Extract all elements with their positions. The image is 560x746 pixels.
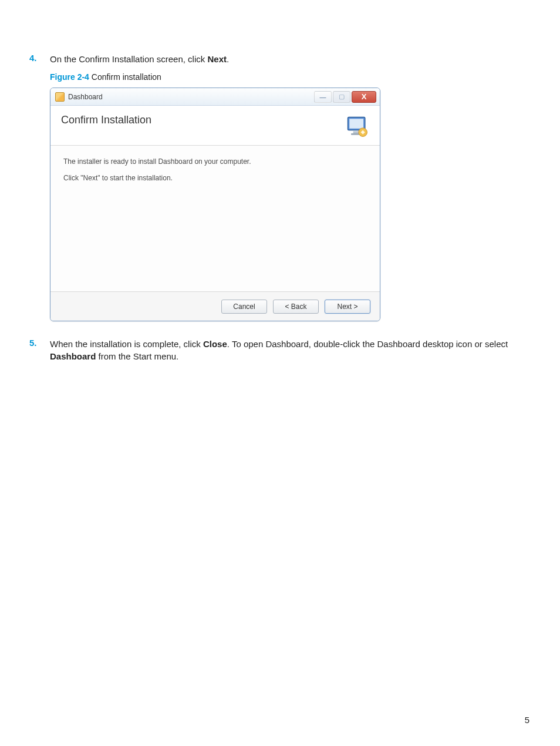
figure-title: Confirm installation [89, 72, 161, 82]
minimize-button[interactable]: — [314, 91, 332, 103]
step-5-text: When the installation is complete, click… [50, 338, 531, 362]
figure-caption: Figure 2-4 Confirm installation [50, 72, 531, 82]
installer-footer: Cancel < Back Next > [50, 291, 380, 321]
installer-body-line1: The installer is ready to install Dashbo… [63, 157, 367, 166]
maximize-button[interactable]: ▢ [333, 91, 350, 103]
installer-header-title: Confirm Installation [61, 114, 151, 126]
step-5: 5. When the installation is complete, cl… [29, 338, 531, 362]
cancel-button[interactable]: Cancel [221, 300, 267, 314]
step-4-text-before: On the Confirm Installation screen, clic… [50, 54, 207, 64]
back-button-label: < Back [285, 303, 306, 311]
installer-window: Dashboard — ▢ X Confirm Installation [50, 88, 380, 321]
minimize-icon: — [320, 93, 326, 100]
step-5-number: 5. [29, 338, 50, 362]
next-button-label: Next > [337, 303, 357, 311]
next-button[interactable]: Next > [325, 300, 370, 314]
step-5-mid: . To open Dashboard, double-click the Da… [227, 339, 508, 349]
step-5-text-before: When the installation is complete, click [50, 339, 203, 349]
step-5-text-after: from the Start menu. [96, 351, 178, 361]
close-icon: X [362, 92, 367, 101]
window-titlebar: Dashboard — ▢ X [50, 88, 380, 106]
installer-body-line2: Click "Next" to start the installation. [63, 174, 367, 182]
cancel-button-label: Cancel [233, 303, 255, 311]
document-page: 4. On the Confirm Installation screen, c… [0, 0, 560, 746]
close-button[interactable]: X [352, 91, 376, 103]
installer-header: Confirm Installation [50, 106, 380, 146]
screenshot-wrapper: Dashboard — ▢ X Confirm Installation [50, 88, 531, 321]
back-button[interactable]: < Back [273, 300, 319, 314]
step-4-number: 4. [29, 53, 50, 65]
step-5-bold2: Dashboard [50, 351, 96, 361]
step-4-text: On the Confirm Installation screen, clic… [50, 53, 531, 65]
figure-label: Figure 2-4 [50, 72, 89, 82]
step-5-bold1: Close [203, 339, 227, 349]
installer-body: The installer is ready to install Dashbo… [50, 146, 380, 291]
computer-monitor-icon [345, 114, 370, 140]
window-controls: — ▢ X [313, 91, 376, 103]
step-4-bold: Next [207, 54, 227, 64]
step-4: 4. On the Confirm Installation screen, c… [29, 53, 531, 65]
step-4-text-after: . [227, 54, 229, 64]
installer-app-icon [55, 92, 65, 102]
svg-rect-1 [349, 119, 363, 129]
maximize-icon: ▢ [339, 93, 345, 100]
window-title: Dashboard [68, 93, 313, 101]
page-number: 5 [525, 715, 529, 725]
